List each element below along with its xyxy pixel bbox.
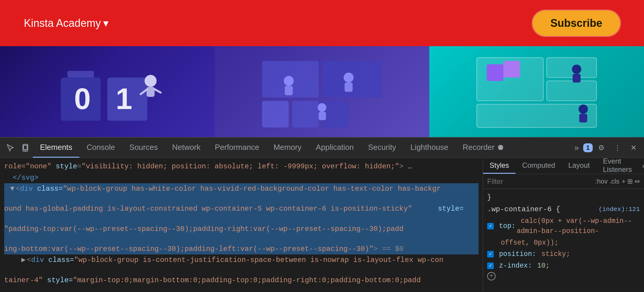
styles-tab-layout[interactable]: Layout <box>562 158 596 174</box>
svg-rect-24 <box>487 64 504 81</box>
styles-sub-tabs: Styles Computed Layout Event Listeners » <box>483 158 644 174</box>
add-rule-button[interactable]: + <box>487 272 496 280</box>
pseudo-filter[interactable]: :hov .cls <box>595 178 619 185</box>
devtools-toolbar-right: » 1 ⚙ ⋮ ✕ <box>572 140 641 155</box>
svg-rect-12 <box>292 101 319 127</box>
settings-icon[interactable]: ⚙ <box>594 140 609 155</box>
styles-more-tabs[interactable]: » <box>639 158 644 174</box>
svg-point-32 <box>25 150 26 150</box>
website-preview: Kinsta Academy ▾ Subscribe 0 1 <box>0 0 644 137</box>
css-close-brace: } <box>487 192 640 204</box>
expand-styles-icon[interactable]: ⇔ <box>634 178 640 185</box>
tab-security[interactable]: Security <box>361 138 403 158</box>
svg-rect-22 <box>547 81 596 101</box>
styles-content: } .wp-container-6 { (index):121 ✓ top: c… <box>483 189 644 292</box>
card-image-3 <box>429 46 644 137</box>
article-cards-row: 0 1 <box>0 46 644 137</box>
styles-filter-input[interactable] <box>487 177 595 186</box>
subscribe-button[interactable]: Subscribe <box>532 10 620 36</box>
elements-panel: role="none" style="visibility: hidden; p… <box>0 158 483 292</box>
tab-sources[interactable]: Sources <box>122 138 165 158</box>
tab-recorder[interactable]: Recorder ⏺ <box>456 138 512 158</box>
card-image-1: 0 1 <box>0 46 215 137</box>
tab-elements[interactable]: Elements <box>33 138 79 158</box>
styles-tab-styles[interactable]: Styles <box>483 158 515 174</box>
file-ref-link[interactable]: (index):121 <box>598 205 640 214</box>
svg-rect-21 <box>547 58 596 77</box>
more-options-icon[interactable]: ⋮ <box>610 140 625 155</box>
inspect-icon[interactable] <box>3 140 18 155</box>
copy-styles-icon[interactable]: ⊞ <box>627 178 633 185</box>
nav-chevron-icon: ▾ <box>103 17 109 29</box>
devtools-toolbar: Elements Console Sources Network Perform… <box>0 138 644 158</box>
css-add-rule: + <box>487 271 640 281</box>
svg-line-8 <box>154 89 160 92</box>
svg-point-16 <box>344 72 354 82</box>
svg-point-26 <box>572 64 581 74</box>
more-tabs-button[interactable]: » <box>572 143 581 153</box>
card-illustration-3 <box>429 46 644 137</box>
filter-icons: + ⊞ ⇔ <box>622 178 640 185</box>
svg-point-18 <box>318 103 326 112</box>
svg-rect-25 <box>503 61 520 77</box>
rule-checkbox-top[interactable]: ✓ <box>487 223 494 229</box>
devtools-tabs: Elements Console Sources Network Perform… <box>33 138 572 158</box>
css-rule-top-cont: offset, 0px)); <box>487 237 640 249</box>
card-image-2 <box>215 46 429 137</box>
css-selector-line: .wp-container-6 { (index):121 <box>487 204 640 215</box>
tab-lighthouse[interactable]: Lighthouse <box>403 138 455 158</box>
tab-count-badge: 1 <box>583 143 593 152</box>
tab-console[interactable]: Console <box>79 138 122 158</box>
tab-application[interactable]: Application <box>309 138 361 158</box>
close-icon[interactable]: ✕ <box>626 140 641 155</box>
svg-rect-29 <box>579 114 587 122</box>
svg-rect-11 <box>262 101 289 127</box>
device-toggle-icon[interactable] <box>18 140 33 155</box>
svg-point-28 <box>579 104 588 114</box>
css-rule-position: ✓ position: sticky; <box>487 248 640 260</box>
site-header: Kinsta Academy ▾ Subscribe <box>0 0 644 46</box>
tab-performance[interactable]: Performance <box>208 138 267 158</box>
css-rule-top: ✓ top: calc(0px + var(--wp-admin--admin-… <box>487 215 640 237</box>
css-rule-zindex: ✓ z-index: 10; <box>487 260 640 272</box>
svg-rect-1 <box>67 71 94 77</box>
tab-memory[interactable]: Memory <box>266 138 309 158</box>
card-illustration-1: 0 1 <box>0 46 215 137</box>
rule-checkbox-zindex[interactable]: ✓ <box>487 263 494 269</box>
elements-line-1: role="none" style="visibility: hidden; p… <box>4 161 479 172</box>
svg-rect-15 <box>285 86 293 95</box>
svg-rect-17 <box>345 83 353 92</box>
rule-checkbox-position[interactable]: ✓ <box>487 251 494 257</box>
svg-rect-31 <box>24 145 27 149</box>
tab-network[interactable]: Network <box>165 138 208 158</box>
svg-text:1: 1 <box>116 82 132 115</box>
add-style-icon[interactable]: + <box>622 178 626 185</box>
svg-rect-23 <box>477 104 597 127</box>
svg-rect-19 <box>319 112 326 120</box>
svg-point-14 <box>284 76 294 86</box>
elements-line-2: </svg> <box>4 172 479 184</box>
svg-rect-27 <box>573 74 581 83</box>
svg-text:0: 0 <box>74 82 91 115</box>
styles-panel: Styles Computed Layout Event Listeners »… <box>483 158 644 292</box>
styles-tab-event-listeners[interactable]: Event Listeners <box>596 158 638 174</box>
elements-line-4[interactable]: ▶ <div class="wp-block-group is-content-… <box>4 254 479 292</box>
card-illustration-2 <box>215 46 429 137</box>
devtools-panel: Elements Console Sources Network Perform… <box>0 137 644 292</box>
svg-point-5 <box>145 75 157 87</box>
styles-filter-row: :hov .cls + ⊞ ⇔ <box>483 174 644 189</box>
site-nav-label: Kinsta Academy <box>24 17 101 29</box>
styles-tab-computed[interactable]: Computed <box>515 158 562 174</box>
site-nav: Kinsta Academy ▾ <box>24 17 109 29</box>
elements-line-3[interactable]: … ▼ <div class="wp-block-group has-white… <box>4 183 479 254</box>
devtools-main: role="none" style="visibility: hidden; p… <box>0 158 644 292</box>
